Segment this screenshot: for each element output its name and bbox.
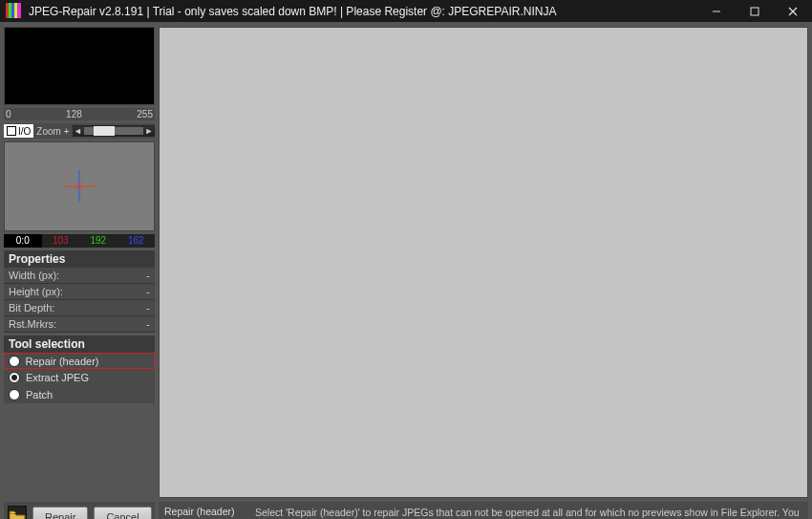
properties-panel: Properties Width (px):- Height (px):- Bi… [4,250,155,333]
rgb-r: 103 [42,234,80,248]
histogram-labels: 0 128 255 [4,108,155,120]
folder-icon [9,510,26,519]
rgb-g: 192 [79,234,118,248]
svg-rect-2 [11,3,14,18]
zoom-label: Zoom + [34,126,71,137]
help-panel: Repair (header) Select 'Repair (header)'… [159,502,808,519]
svg-rect-3 [14,3,17,18]
maximize-button[interactable] [736,0,774,23]
radio-icon [9,372,20,383]
app-icon [6,3,23,20]
title-bar: JPEG-Repair v2.8.191 | Trial - only save… [0,0,812,23]
rgb-b: 162 [118,234,156,248]
hist-label-0: 0 [6,109,11,119]
tool-extract-jpeg-option[interactable]: Extract JPEG [4,369,155,386]
action-panel: Repair Cancel [4,502,155,519]
slider-right-arrow[interactable]: ► [144,126,154,136]
close-button[interactable] [774,0,812,23]
prop-width: Width (px):- [4,268,155,284]
radio-icon [9,389,20,400]
rgb-readout: 0:0 103 192 162 [4,234,155,248]
open-folder-button[interactable] [8,506,27,519]
tool-patch-option[interactable]: Patch [4,386,155,403]
tool-option-label: Extract JPEG [26,372,89,383]
svg-rect-0 [6,3,9,18]
help-repair-label: Repair (header) [164,506,255,519]
zoom-slider[interactable]: ◄ ► [73,125,155,137]
io-toggle[interactable]: I/O [4,124,33,138]
hist-label-mid: 128 [66,109,82,119]
io-label: I/O [18,126,31,137]
slider-thumb[interactable] [94,126,115,136]
crosshair-icon [63,170,96,203]
io-checkbox[interactable] [7,126,16,136]
hist-label-255: 255 [137,109,153,119]
histogram-panel [4,27,155,105]
image-preview-area [159,27,808,498]
help-repair-text: Select 'Repair (header)' to repair JPEGs… [255,506,802,519]
slider-left-arrow[interactable]: ◄ [74,126,83,136]
prop-rstmrkrs: Rst.Mrkrs:- [4,316,155,333]
svg-rect-1 [9,3,11,18]
prop-bitdepth: Bit Depth:- [4,300,155,316]
window-title: JPEG-Repair v2.8.191 | Trial - only save… [29,5,556,18]
tool-selection-panel: Tool selection Repair (header) Extract J… [4,335,155,403]
svg-rect-4 [17,3,21,18]
svg-rect-6 [751,8,759,15]
tool-option-label: Repair (header) [26,356,99,367]
cancel-button[interactable]: Cancel [94,507,151,519]
radio-icon [9,356,20,367]
tool-selection-header: Tool selection [4,335,155,353]
prop-height: Height (px):- [4,284,155,300]
minimize-button[interactable] [697,0,736,23]
rgb-coord: 0:0 [4,234,42,248]
color-picker-panel[interactable] [4,141,155,231]
tool-option-label: Patch [26,389,53,400]
tool-repair-header-option[interactable]: Repair (header) [4,353,155,369]
properties-header: Properties [4,250,155,268]
repair-button[interactable]: Repair [32,507,88,519]
